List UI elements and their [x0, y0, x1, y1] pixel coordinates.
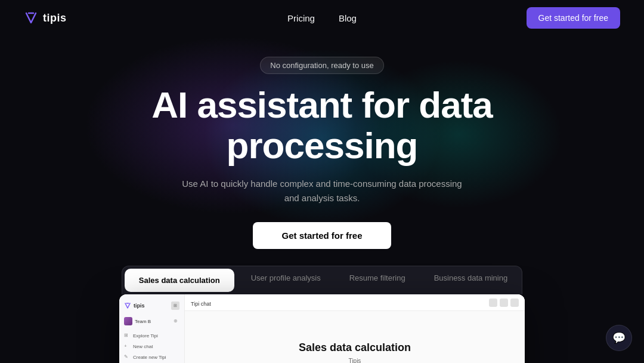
- preview-logo-icon: [124, 302, 131, 309]
- preview-team-avatar: [124, 317, 132, 325]
- logo-icon: [24, 11, 38, 25]
- preview-header-left: Tipi chat: [191, 297, 211, 308]
- preview-window-controls: [489, 299, 519, 307]
- preview-explore-label: Explore Tipi: [133, 333, 158, 339]
- preview-content-subtitle: Tipis: [349, 358, 361, 363]
- preview-newchat-label: New chat: [133, 344, 153, 349]
- preview-team-name: Team B: [135, 319, 151, 324]
- tabs-preview-wrapper: Sales data calculation User profile anal…: [0, 266, 644, 363]
- preview-content-title: Sales data calculation: [299, 342, 411, 354]
- preview-nav-explore: ⊞ Explore Tipi: [119, 330, 184, 341]
- preview-window-btn-3: [510, 299, 519, 307]
- nav-cta-button[interactable]: Get started for free: [527, 7, 621, 29]
- app-preview: tipis ⊞ Team B ⊕ ⊞ Explore Tipi + New ch…: [119, 294, 525, 363]
- preview-createtipi-label: Create new Tipi: [133, 355, 166, 360]
- preview-nav-createtipi: ✎ Create new Tipi: [119, 352, 184, 362]
- hero-cta-button[interactable]: Get started for free: [253, 222, 391, 249]
- preview-logo-text: tipis: [134, 303, 145, 309]
- preview-nav-newchat: + New chat: [119, 341, 184, 352]
- tab-business[interactable]: Business data mining: [420, 266, 522, 294]
- preview-main: Tipi chat Sales data calculation Tipis G…: [185, 294, 525, 363]
- preview-sidebar: tipis ⊞ Team B ⊕ ⊞ Explore Tipi + New ch…: [119, 294, 185, 363]
- preview-window-btn-1: [489, 299, 497, 307]
- preview-team: Team B ⊕: [119, 315, 184, 328]
- preview-window-btn-2: [500, 299, 508, 307]
- preview-expand-icon: ⊞: [171, 302, 179, 310]
- preview-logo: tipis: [124, 302, 145, 309]
- preview-sidebar-header: tipis ⊞: [119, 299, 184, 315]
- nav-links: Pricing Blog: [287, 13, 357, 23]
- hero-subtitle: Use AI to quickly handle complex and tim…: [179, 177, 465, 205]
- hero-badge: No configuration, ready to use: [260, 57, 383, 74]
- hero-section: No configuration, ready to use AI assist…: [0, 36, 644, 266]
- preview-team-left: Team B: [124, 317, 151, 325]
- tabs-container: Sales data calculation User profile anal…: [122, 266, 522, 294]
- preview-add-member-icon: ⊕: [174, 318, 179, 324]
- tab-sales[interactable]: Sales data calculation: [125, 269, 234, 292]
- preview-header-bar: Tipi chat: [185, 294, 525, 311]
- chat-icon: 💬: [612, 331, 626, 344]
- preview-explore-icon: ⊞: [124, 333, 130, 339]
- logo-text: tipis: [43, 12, 67, 24]
- hero-title: AI assistant for data processing: [107, 85, 537, 166]
- nav-link-blog[interactable]: Blog: [339, 13, 357, 23]
- preview-createtipi-icon: ✎: [124, 354, 130, 360]
- tab-resume[interactable]: Resume filtering: [335, 266, 420, 294]
- logo[interactable]: tipis: [24, 11, 67, 25]
- tab-user-profile[interactable]: User profile analysis: [237, 266, 335, 294]
- navbar: tipis Pricing Blog Get started for free: [0, 0, 644, 36]
- chat-support-button[interactable]: 💬: [606, 325, 632, 351]
- preview-newchat-icon: +: [124, 343, 130, 349]
- nav-link-pricing[interactable]: Pricing: [287, 13, 315, 23]
- preview-header-title: Tipi chat: [191, 301, 211, 307]
